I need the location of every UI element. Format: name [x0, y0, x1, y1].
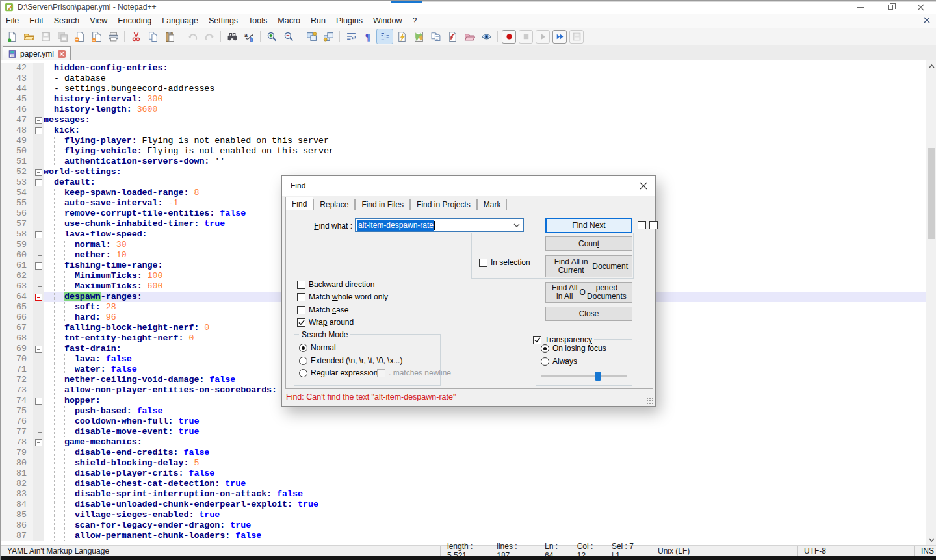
menu-item-file[interactable]: File	[1, 14, 24, 28]
code-line-75[interactable]: 75 push-based: false	[1, 406, 926, 416]
checkbox-box[interactable]	[297, 306, 306, 314]
checkbox-backward-direction[interactable]: Backward direction	[297, 280, 374, 289]
checkbox-match-whole-word-only[interactable]: Match whole word only	[297, 292, 388, 301]
code-line-45[interactable]: 45 history-interval: 300	[1, 94, 926, 105]
code-line-87[interactable]: 87 allow-permanent-chunk-loaders: false	[1, 531, 926, 541]
menu-item-encoding[interactable]: Encoding	[112, 14, 157, 28]
code-line-85[interactable]: 85 village-sieges-enabled: true	[1, 510, 926, 520]
replace-icon[interactable]: ab	[241, 29, 257, 44]
document-map-icon[interactable]	[411, 29, 426, 44]
scroll-down-arrow[interactable]	[926, 534, 936, 545]
zoom-out-icon[interactable]	[281, 29, 296, 44]
resize-grip[interactable]	[647, 398, 654, 405]
code-line-84[interactable]: 84 disable-unloaded-chunk-enderpearl-exp…	[1, 500, 926, 510]
close-all-icon[interactable]	[88, 29, 104, 44]
checkbox-box[interactable]	[479, 259, 488, 267]
menu-item-tools[interactable]: Tools	[243, 14, 272, 28]
code-line-79[interactable]: 79 disable-end-credits: false	[1, 448, 926, 458]
code-line-82[interactable]: 82 disable-chest-cat-detection: true	[1, 479, 926, 489]
print-icon[interactable]	[105, 29, 121, 44]
folder-as-workspace-icon[interactable]	[462, 29, 477, 44]
radio-extended[interactable]: Extended (\n, \r, \t, \0, \x...)	[299, 356, 402, 365]
checkbox-box[interactable]	[297, 318, 306, 327]
slider-thumb[interactable]	[595, 372, 601, 381]
find-dialog-tab-find-in-files[interactable]: Find in Files	[355, 199, 410, 210]
close-file-icon[interactable]	[72, 29, 87, 44]
find-dialog-tab-find-in-projects[interactable]: Find in Projects	[410, 199, 477, 210]
menu-item-edit[interactable]: Edit	[24, 14, 49, 28]
document-list-icon[interactable]	[428, 29, 443, 44]
fold-toggle-icon[interactable]	[33, 396, 44, 406]
code-line-78[interactable]: 78 game-mechanics:	[1, 437, 926, 448]
code-line-44[interactable]: 44 - settings.bungeecord-addresses	[1, 84, 926, 94]
checkbox-box[interactable]	[297, 293, 306, 301]
find-all-current-button[interactable]: Find All in Current Document	[545, 255, 632, 277]
word-wrap-icon[interactable]	[343, 29, 359, 44]
tab-paper-yml[interactable]: paper.yml	[3, 46, 71, 60]
radio-circle[interactable]	[299, 344, 307, 352]
menu-item-language[interactable]: Language	[157, 14, 203, 28]
chevron-down-icon[interactable]	[514, 223, 520, 227]
code-line-51[interactable]: 51 authentication-servers-down: ''	[1, 157, 926, 167]
menu-item-view[interactable]: View	[84, 14, 112, 28]
close-find-button[interactable]: Close	[545, 307, 632, 321]
radio-normal[interactable]: Normal	[299, 343, 336, 352]
code-line-81[interactable]: 81 disable-player-crits: false	[1, 468, 926, 479]
checkbox-match-case[interactable]: Match case	[297, 305, 348, 314]
checkbox-box[interactable]	[533, 336, 541, 344]
checkbox-box[interactable]	[297, 281, 306, 289]
find-next-button[interactable]: Find Next	[545, 218, 632, 233]
zoom-in-icon[interactable]	[264, 29, 280, 44]
radio-circle[interactable]	[299, 357, 307, 365]
monitoring-icon[interactable]	[478, 29, 494, 44]
restore-button[interactable]	[879, 1, 902, 14]
radio-circle[interactable]	[299, 369, 307, 377]
code-line-76[interactable]: 76 cooldown-when-full: true	[1, 416, 926, 427]
find-icon[interactable]	[224, 29, 240, 44]
menu-item-settings[interactable]: Settings	[203, 14, 243, 28]
menu-item-run[interactable]: Run	[306, 14, 331, 28]
find-all-opened-button[interactable]: Find All in All Opened Documents	[545, 282, 632, 303]
find-what-combobox[interactable]: alt-item-despawn-rate	[355, 218, 524, 232]
code-line-83[interactable]: 83 disable-sprint-interruption-on-attack…	[1, 489, 926, 500]
close-button[interactable]	[909, 1, 931, 14]
macro-run-multiple-icon[interactable]	[553, 31, 566, 43]
fold-toggle-icon[interactable]	[33, 177, 44, 188]
radio-on-losing-focus[interactable]: On losing focus	[541, 344, 606, 353]
open-file-icon[interactable]	[21, 29, 36, 44]
code-line-50[interactable]: 50 flying-vehicle: Flying is not enabled…	[1, 146, 926, 157]
show-all-characters-icon[interactable]: ¶	[360, 29, 376, 44]
checkbox-box[interactable]	[649, 221, 658, 229]
radio-always[interactable]: Always	[541, 357, 577, 366]
transparency-checkbox[interactable]: Transparency	[531, 335, 594, 344]
menu-item-macro[interactable]: Macro	[272, 14, 306, 28]
cut-icon[interactable]	[128, 29, 144, 44]
menu-item-plugins[interactable]: Plugins	[331, 14, 368, 28]
code-line-47[interactable]: 47messages:	[1, 115, 926, 125]
code-line-49[interactable]: 49 flying-player: Flying is not enabled …	[1, 136, 926, 146]
fold-toggle-icon[interactable]	[33, 167, 44, 177]
radio-circle[interactable]	[541, 357, 549, 366]
find-dialog-title-bar[interactable]: Find	[282, 176, 655, 196]
scroll-up-arrow[interactable]	[926, 60, 936, 71]
fold-toggle-icon[interactable]	[33, 344, 44, 354]
menu-item-search[interactable]: Search	[49, 14, 85, 28]
fold-toggle-icon[interactable]	[33, 229, 44, 240]
paste-icon[interactable]	[162, 29, 177, 44]
fold-toggle-icon[interactable]	[33, 261, 44, 271]
checkbox-box[interactable]	[377, 369, 385, 377]
transparency-slider[interactable]	[541, 371, 627, 381]
in-selection-checkbox[interactable]: In selection	[479, 258, 530, 267]
fold-toggle-icon[interactable]	[33, 292, 44, 302]
new-file-icon[interactable]	[4, 29, 20, 44]
find-dialog-close-icon[interactable]	[638, 181, 649, 191]
radio-circle[interactable]	[541, 344, 549, 353]
code-line-46[interactable]: 46 history-length: 3600	[1, 105, 926, 115]
vertical-scrollbar[interactable]	[926, 60, 936, 545]
menu-item-window[interactable]: Window	[368, 14, 407, 28]
code-line-42[interactable]: 42 hidden-config-entries:	[1, 63, 926, 73]
checkbox-wrap-around[interactable]: Wrap around	[297, 318, 354, 327]
find-dialog-tab-mark[interactable]: Mark	[477, 199, 508, 210]
macro-record-icon[interactable]	[502, 31, 515, 43]
code-line-86[interactable]: 86 scan-for-legacy-ender-dragon: true	[1, 520, 926, 531]
